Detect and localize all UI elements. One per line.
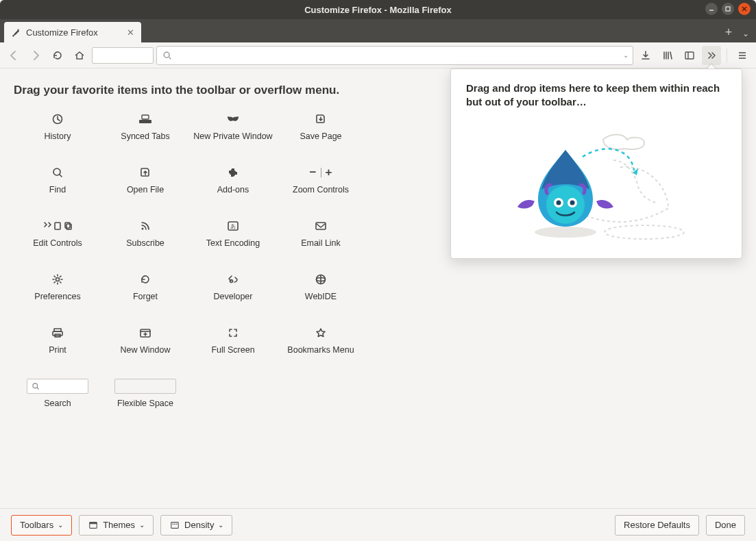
svg-rect-43 [90,522,97,524]
palette-item-openfile[interactable]: Open File [101,160,189,210]
sidebar-button[interactable] [680,46,699,65]
new-tab-button[interactable]: + [720,25,737,40]
overflow-panel[interactable]: Drag and drop items here to keep them wi… [450,68,742,259]
palette-item-label: Print [49,345,66,366]
app-menu-button[interactable] [733,46,752,65]
palette-item-label: New Window [121,345,171,366]
forward-button[interactable] [26,46,45,65]
palette-item-newwin[interactable]: New Window [101,320,189,370]
palette-item-label: Edit Controls [33,238,82,259]
tab-customize[interactable]: Customize Firefox ✕ [4,22,141,42]
done-button[interactable]: Done [706,515,745,536]
url-bar[interactable]: ⌄ [156,46,633,65]
palette-item-forget[interactable]: Forget [101,267,189,316]
toolbars-label: Toolbars [20,520,53,530]
customize-footer: Toolbars⌄ Themes⌄ Density⌄ Restore Defau… [0,508,756,541]
restore-label: Restore Defaults [624,520,690,530]
palette-item-label: Search [44,399,71,419]
svg-point-45 [173,523,174,525]
nav-placeholder-box[interactable] [92,47,154,64]
palette-item-mask[interactable]: New Private Window [189,107,277,156]
zoom-icon: −+ [310,164,332,181]
density-label: Density [184,520,214,530]
done-label: Done [715,520,736,530]
urlbar-dropdown-icon[interactable]: ⌄ [623,51,629,59]
home-button[interactable] [70,46,89,65]
svg-point-46 [174,523,175,525]
svg-line-6 [169,57,171,59]
palette-item-history[interactable]: History [14,107,101,156]
search-icon [162,51,172,60]
all-tabs-button[interactable]: ⌄ [740,29,752,38]
palette-item-prefs[interactable]: Preferences [14,267,101,316]
close-button[interactable] [738,3,751,15]
palette-item-label: Find [49,185,66,205]
palette-item-bookmarks[interactable]: Bookmarks Menu [277,320,365,370]
toolbar-separator [727,49,727,62]
svg-point-5 [164,52,169,58]
palette-item-edit[interactable]: Edit Controls [14,214,101,263]
palette-item-label: Subscribe [126,238,164,259]
palette-item-fullscreen[interactable]: Full Screen [189,320,277,370]
library-button[interactable] [658,46,677,65]
palette-item-label: Email Link [301,238,341,259]
palette-item-rss[interactable]: Subscribe [101,214,189,263]
overflow-panel-text: Drag and drop items here to keep them wi… [466,81,727,110]
palette-item-print[interactable]: Print [14,320,101,370]
palette-item-label: Add-ons [217,185,249,205]
svg-point-39 [557,200,561,205]
back-button[interactable] [4,46,23,65]
downloads-button[interactable] [636,46,655,65]
palette-item-email[interactable]: Email Link [277,214,365,263]
email-icon [315,218,327,234]
palette-item-find[interactable]: Find [14,160,101,210]
chevron-down-icon: ⌄ [58,521,63,529]
palette-item-label: New Private Window [193,131,272,152]
palette-item-zoom[interactable]: −+Zoom Controls [277,160,365,210]
svg-point-41 [570,200,575,205]
density-menu-button[interactable]: Density⌄ [160,515,232,536]
toolbars-menu-button[interactable]: Toolbars⌄ [11,515,72,536]
svg-point-47 [176,523,178,525]
svg-point-24 [56,278,60,281]
svg-rect-23 [316,223,326,229]
palette-item-save[interactable]: Save Page [277,107,365,156]
palette-item-addons[interactable]: Add-ons [189,160,277,210]
restore-defaults-button[interactable]: Restore Defaults [615,515,699,536]
newwin-icon [139,325,151,341]
svg-rect-1 [726,7,730,11]
svg-rect-7 [685,52,694,59]
customize-main: Drag your favorite items into the toolba… [0,68,756,508]
svg-rect-44 [171,522,179,528]
chevron-down-icon: ⌄ [218,521,223,529]
palette-item-label: Open File [127,185,164,205]
palette-item-encoding[interactable]: あText Encoding [189,214,277,263]
edit-icon [42,218,73,234]
searchbox-icon [27,378,88,394]
palette-item-label: WebIDE [305,292,337,312]
palette-item-synced[interactable]: Synced Tabs [101,107,189,156]
openfile-icon [139,164,151,181]
palette-item-flexspace[interactable]: Flexible Space [101,374,189,423]
print-icon [51,325,64,341]
reload-button[interactable] [48,46,67,65]
palette-item-label: Save Page [300,131,341,152]
tab-close-icon[interactable]: ✕ [127,27,134,38]
themes-menu-button[interactable]: Themes⌄ [79,515,154,536]
svg-line-16 [60,175,62,177]
palette-item-webide[interactable]: WebIDE [277,267,365,316]
svg-rect-29 [53,331,62,336]
palette-item-label: Text Encoding [206,238,260,259]
flexspace-icon [114,378,176,394]
palette-item-label: Preferences [34,292,80,312]
themes-label: Themes [103,520,135,530]
svg-rect-14 [142,115,149,119]
minimize-button[interactable] [705,3,718,15]
find-icon [51,164,64,181]
overflow-button[interactable] [702,46,721,65]
window-titlebar: Customize Firefox - Mozilla Firefox [0,0,756,19]
palette-item-label: Forget [133,292,158,312]
palette-item-dev[interactable]: Developer [189,267,277,316]
maximize-button[interactable] [722,3,734,15]
palette-item-searchbox[interactable]: Search [14,374,101,423]
